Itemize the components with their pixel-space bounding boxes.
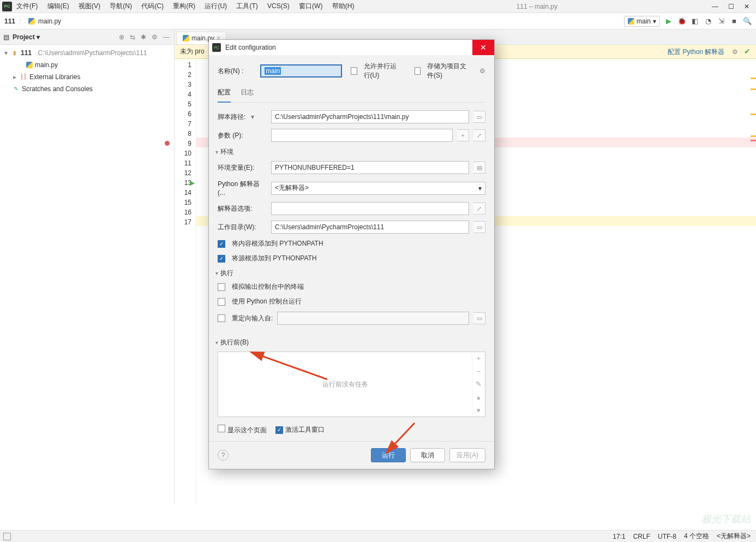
chevron-down-icon[interactable]: ▾ xyxy=(248,113,257,121)
stop-icon[interactable]: ■ xyxy=(730,17,739,26)
cancel-button[interactable]: 取消 xyxy=(410,448,445,462)
debug-icon[interactable]: 🐞 xyxy=(677,17,686,26)
configure-interpreter-link[interactable]: 配置 Python 解释器 xyxy=(668,48,724,56)
insert-macro-icon[interactable]: + xyxy=(457,129,469,141)
before-launch-empty-text: 运行前没有任务 xyxy=(218,352,472,416)
dialog-close-icon[interactable]: ✕ xyxy=(472,40,494,55)
tree-expander[interactable]: ▸ xyxy=(12,72,17,82)
crumb-file[interactable]: main.py xyxy=(38,17,61,25)
menu-window[interactable]: 窗口(W) xyxy=(299,2,322,10)
hide-panel-icon[interactable]: — xyxy=(162,33,171,41)
tree-scratches[interactable]: Scratches and Consoles xyxy=(22,84,93,94)
store-as-project-checkbox[interactable] xyxy=(415,67,421,75)
menu-file[interactable]: 文件(F) xyxy=(16,2,38,10)
working-dir-input[interactable]: C:\Users\admin\PycharmProjects\111 xyxy=(271,221,469,234)
script-path-input[interactable]: C:\Users\admin\PycharmProjects\111\main.… xyxy=(271,110,469,123)
show-this-page-checkbox[interactable] xyxy=(218,425,225,432)
tree-root[interactable]: 111 xyxy=(21,47,32,58)
before-launch-section-header[interactable]: ▾执行前(B) xyxy=(215,338,485,347)
menu-tools[interactable]: 工具(T) xyxy=(236,2,257,10)
expand-all-icon[interactable]: ⇆ xyxy=(129,33,136,41)
allow-parallel-checkbox[interactable] xyxy=(351,67,357,75)
tree-external-libraries[interactable]: External Libraries xyxy=(29,72,80,82)
name-label: 名称(N) : xyxy=(218,67,256,76)
environment-section-header[interactable]: ▾环境 xyxy=(215,147,485,157)
project-tool-window: ▤ Project ▾ ⊕ ⇆ ✱ ⚙ — ▾▮111 C:\Users\adm… xyxy=(0,29,175,504)
search-everywhere-icon[interactable]: 🔍 xyxy=(743,17,752,26)
close-window-icon[interactable]: ✕ xyxy=(744,3,749,10)
add-task-icon[interactable]: + xyxy=(472,352,485,365)
caret-position[interactable]: 17:1 xyxy=(613,533,625,540)
tree-expander[interactable]: ▾ xyxy=(3,47,9,58)
browse-folder-icon[interactable]: ▭ xyxy=(473,312,485,324)
crumb-project[interactable]: 111 xyxy=(4,17,15,25)
project-tree[interactable]: ▾▮111 C:\Users\admin\PycharmProjects\111… xyxy=(0,45,174,97)
execution-section-header[interactable]: ▾执行 xyxy=(215,269,485,278)
tab-logs[interactable]: 日志 xyxy=(241,86,254,102)
store-as-project-label: 存储为项目文件(S) xyxy=(427,62,470,80)
titlebar: PC 文件(F) 编辑(E) 视图(V) 导航(N) 代码(C) 重构(R) 运… xyxy=(0,0,756,13)
run-icon[interactable]: ▶ xyxy=(664,17,673,26)
parameters-input[interactable] xyxy=(271,129,453,142)
library-icon: ┃┃ xyxy=(20,73,27,81)
menu-vcs[interactable]: VCS(S) xyxy=(267,2,290,10)
coverage-icon[interactable]: ◧ xyxy=(691,17,699,26)
redirect-input-checkbox[interactable] xyxy=(218,314,225,322)
help-icon[interactable]: ? xyxy=(218,450,229,461)
tree-file-main[interactable]: main.py xyxy=(35,59,58,70)
browse-folder-icon[interactable]: ▭ xyxy=(473,111,485,123)
settings-icon[interactable]: ⚙ xyxy=(151,33,159,41)
scratches-icon: ✎ xyxy=(12,85,20,93)
error-stripe[interactable] xyxy=(751,59,756,504)
name-input[interactable]: main xyxy=(260,64,342,78)
locate-icon[interactable]: ⊕ xyxy=(118,33,125,41)
file-encoding[interactable]: UTF-8 xyxy=(658,533,676,540)
minimize-icon[interactable]: ― xyxy=(712,3,718,10)
run-with-console-checkbox[interactable] xyxy=(218,298,225,306)
line-number: 17 xyxy=(175,217,191,227)
menu-view[interactable]: 视图(V) xyxy=(79,2,100,10)
line-separator[interactable]: CRLF xyxy=(633,533,650,540)
move-up-icon[interactable]: ▴ xyxy=(472,391,485,404)
gear-icon[interactable]: ⚙ xyxy=(479,67,485,75)
breakpoint-icon[interactable]: 9 xyxy=(175,139,191,148)
emulate-terminal-checkbox[interactable] xyxy=(218,283,225,291)
expand-field-icon[interactable]: ⤢ xyxy=(473,129,485,141)
browse-folder-icon[interactable]: ▭ xyxy=(473,221,485,233)
menu-help[interactable]: 帮助(H) xyxy=(332,2,355,10)
menu-edit[interactable]: 编辑(E) xyxy=(47,2,69,10)
expand-field-icon[interactable]: ⤢ xyxy=(473,202,485,215)
gear-icon[interactable]: ⚙ xyxy=(732,48,738,56)
interpreter-status[interactable]: <无解释器> xyxy=(717,532,751,541)
run-gutter-icon[interactable]: ▶ xyxy=(190,178,195,188)
menu-run[interactable]: 运行(U) xyxy=(205,2,227,10)
tool-window-toggle-icon[interactable] xyxy=(3,533,11,540)
attach-icon[interactable]: ⇲ xyxy=(717,17,725,26)
menu-navigate[interactable]: 导航(N) xyxy=(110,2,132,10)
editor-gutter[interactable]: 1 2 3 4 5 6 7 8 9 10 11 12 13▶ 14 15 16 … xyxy=(175,59,196,504)
menu-code[interactable]: 代码(C) xyxy=(141,2,164,10)
move-down-icon[interactable]: ▾ xyxy=(472,403,485,416)
menu-refactor[interactable]: 重构(R) xyxy=(173,2,195,10)
project-panel-title[interactable]: Project ▾ xyxy=(13,33,115,41)
interpreter-dropdown[interactable]: <无解释器>▾ xyxy=(271,182,485,195)
run-configuration-selector[interactable]: main ▾ xyxy=(624,16,660,27)
env-vars-input[interactable]: PYTHONUNBUFFERED=1 xyxy=(271,161,469,174)
edit-task-icon[interactable]: ✎ xyxy=(472,378,485,391)
working-dir-label: 工作目录(W): xyxy=(218,223,267,232)
project-view-icon: ▤ xyxy=(3,33,9,41)
run-button[interactable]: 运行 xyxy=(371,448,406,462)
interpreter-options-input[interactable] xyxy=(271,202,469,215)
add-content-roots-checkbox[interactable]: ✓ xyxy=(218,240,225,248)
window-title: 111 – main.py xyxy=(362,3,712,10)
indent-status[interactable]: 4 个空格 xyxy=(684,532,709,541)
profile-icon[interactable]: ◔ xyxy=(704,17,712,26)
add-source-roots-checkbox[interactable]: ✓ xyxy=(218,255,225,263)
edit-env-vars-icon[interactable]: ▤ xyxy=(473,162,485,174)
activate-tool-window-checkbox[interactable]: ✓ xyxy=(275,426,283,434)
tab-config[interactable]: 配置 xyxy=(218,86,231,103)
collapse-all-icon[interactable]: ✱ xyxy=(140,33,147,41)
maximize-icon[interactable]: ☐ xyxy=(728,3,734,10)
apply-button[interactable]: 应用(A) xyxy=(449,448,485,462)
remove-task-icon[interactable]: − xyxy=(472,365,485,378)
